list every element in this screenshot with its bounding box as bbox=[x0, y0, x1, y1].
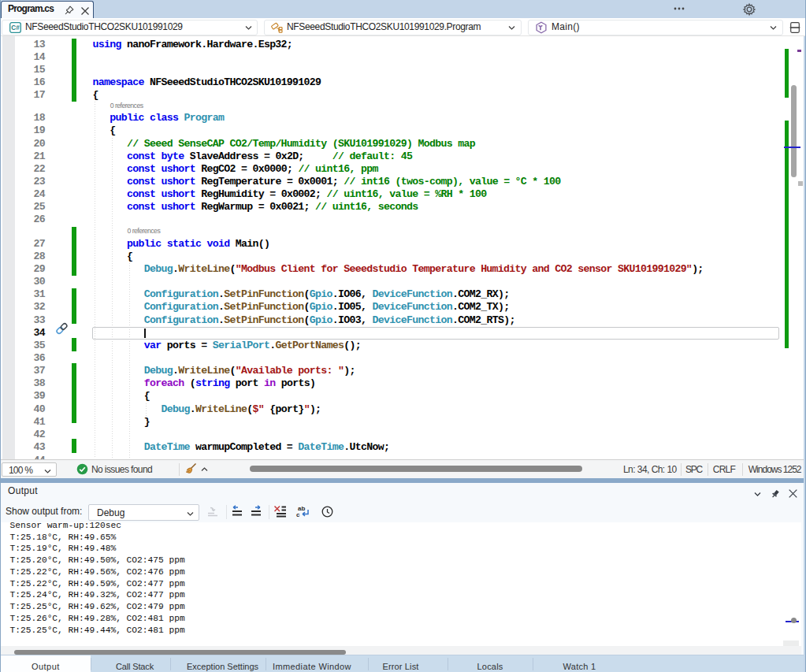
svg-text:C#: C# bbox=[11, 24, 20, 32]
svg-text:c: c bbox=[296, 510, 300, 518]
